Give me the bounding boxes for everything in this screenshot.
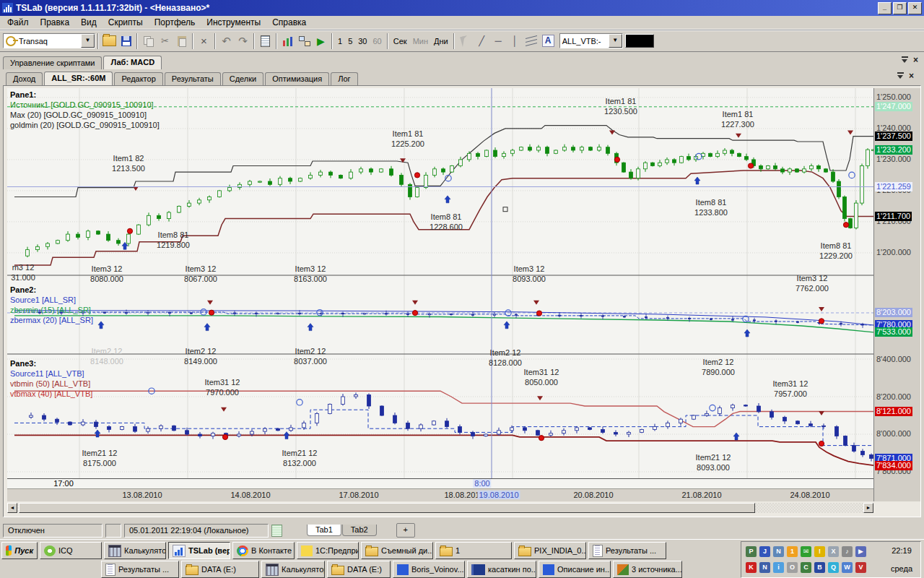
menu-item[interactable]: Файл [1,16,35,29]
connection-combobox[interactable]: Transaq ▼ [3,33,95,48]
tray-alert-shield-icon[interactable]: ! [814,546,825,557]
chevron-down-icon[interactable]: ▼ [81,34,95,48]
trend-tool-button[interactable] [523,33,540,49]
tray-update-icon[interactable]: 1 [787,546,798,557]
minimize-icon[interactable]: _ [878,2,892,14]
cut-button[interactable]: ✂ [157,33,173,49]
taskbar-button[interactable]: TSLab (вер... [168,542,230,559]
menu-item[interactable]: Инструменты [201,16,266,29]
chevron-down-icon[interactable]: ▼ [609,34,622,48]
pointer-tool-button[interactable] [457,33,474,49]
redo-button[interactable]: ↷ [235,33,251,49]
tray-network-error-icon[interactable]: X [828,546,839,557]
copy-button[interactable] [140,33,157,49]
undo-button[interactable]: ↶ [218,33,235,49]
lab-tab[interactable]: Сделки [222,72,264,85]
interval-button[interactable]: 60 [370,35,385,47]
taskbar-button[interactable]: ICQ [40,542,102,559]
taskbar-button[interactable]: DATA (E:) [181,561,259,578]
tray-volume-icon[interactable]: ♪ [842,546,853,557]
dock-menu-icon[interactable] [902,56,908,64]
properties-button[interactable] [257,33,274,49]
lab-tab[interactable]: Лог [331,72,357,85]
run-button[interactable]: ▶ [313,33,329,49]
interval-unit-button[interactable]: Сек [391,35,410,47]
window-titlebar[interactable]: TSLab (версия 1.1.11.17:32bit) - <Неназв… [0,0,924,16]
price-chart-svg[interactable] [7,88,873,478]
taskbar-button[interactable]: PIX_INDIA_0... [514,542,586,559]
lab-tab[interactable]: ALL_SR:-:60M [44,72,113,85]
tray-disabled-icon[interactable]: O [787,562,798,573]
interval-unit-button[interactable]: Дни [431,35,451,47]
tray-info-icon[interactable]: i [773,562,784,573]
chart-plot-area[interactable]: Pane1:Источник1 [GOLD.GC_090915_100910]M… [7,88,873,478]
tray-network-icon[interactable]: N [773,546,784,557]
lab-tab[interactable]: Результаты [165,72,221,85]
save-button[interactable] [118,33,134,49]
status-tab[interactable]: Tab1 [307,525,341,536]
tray-printer-icon[interactable]: P [746,546,757,557]
taskbar-button[interactable]: Калькулятор [104,542,166,559]
document-tab[interactable]: Лаб: MACD [103,56,162,69]
text-tool-button[interactable]: A [540,33,557,49]
interval-button[interactable]: 1 [335,35,345,47]
color-swatch-button[interactable] [625,34,654,48]
taskbar-button[interactable]: Описание ин... [539,561,611,578]
taskbar-button[interactable]: Съемный ди... [361,542,433,559]
close-tab-icon[interactable]: × [909,72,914,79]
taskbar-button[interactable]: Калькулятор [261,561,325,578]
menu-item[interactable]: Скрипты [103,16,149,29]
taskbar-button[interactable]: Результаты ... [101,561,179,578]
taskbar-button[interactable]: 3 источника... [613,561,682,578]
start-button[interactable]: Пуск [1,542,38,559]
taskbar-button[interactable]: В Контакте ... [232,542,295,559]
scrollbar-thumb[interactable] [19,503,755,513]
taskbar-button[interactable]: Результаты ... [588,542,666,559]
chart-horizontal-scrollbar[interactable]: ◄ ► [7,503,873,513]
menu-item[interactable]: Вид [75,16,103,29]
tray-kaspersky-icon[interactable]: K [746,562,757,573]
hline-tool-button[interactable]: ─ [490,33,507,49]
taskbar-button[interactable]: Boris_Voinov... [393,561,465,578]
tray-camera-icon[interactable]: C [801,562,811,573]
menu-item[interactable]: Справка [266,16,312,29]
instrument-combobox[interactable]: ALL_VTB:- ▼ [559,33,623,48]
tray-shield-icon[interactable]: V [855,562,866,573]
taskbar-button[interactable]: 1 [435,542,512,559]
paste-button[interactable] [173,33,190,49]
tray-media-player-icon[interactable]: ▶ [855,546,866,557]
open-script-button[interactable] [101,33,118,49]
lab-tab[interactable]: Доход [6,72,43,85]
menu-item[interactable]: Правка [35,16,76,29]
close-icon[interactable]: ✕ [908,2,922,14]
date-label[interactable]: 19.08.2010 [477,491,520,499]
interval-button[interactable]: 30 [355,35,370,47]
line-tool-button[interactable]: ╱ [474,33,490,49]
tray-mail-icon[interactable]: ✉ [801,546,811,557]
close-tab-icon[interactable]: × [913,56,918,64]
dock-menu-icon[interactable] [897,72,904,79]
tray-copy-icon[interactable]: W [842,562,853,573]
chart-view-button[interactable] [279,33,296,49]
lab-tab[interactable]: Оптимизация [265,72,329,85]
tray-nodes-icon[interactable]: N [759,562,770,573]
taskbar-button[interactable]: касаткин по... [467,561,536,578]
scroll-left-icon[interactable]: ◄ [7,503,17,513]
tray-quicktime-icon[interactable]: Q [828,562,839,573]
add-tab-button[interactable]: + [396,523,415,538]
vline-tool-button[interactable]: │ [507,33,523,49]
status-tab[interactable]: Tab2 [342,525,377,536]
tray-java-icon[interactable]: J [759,546,770,557]
tray-book-icon[interactable]: B [814,562,825,573]
delete-button[interactable]: × [196,33,212,49]
interval-button[interactable]: 5 [345,35,355,47]
lab-tab[interactable]: Редактор [114,72,162,85]
scroll-right-icon[interactable]: ► [863,503,873,513]
taskbar-button[interactable]: 1С:Предпри... [297,542,359,559]
interval-unit-button[interactable]: Мин [410,35,431,47]
price-axis[interactable]: 1'250.0001'240.0001'230.0001'220.0001'21… [873,88,920,501]
taskbar-button[interactable]: DATA (E:) [327,561,391,578]
script-scheme-button[interactable] [296,33,313,49]
menu-item[interactable]: Портфель [149,16,201,29]
document-tab[interactable]: Управление скриптами [3,56,102,69]
